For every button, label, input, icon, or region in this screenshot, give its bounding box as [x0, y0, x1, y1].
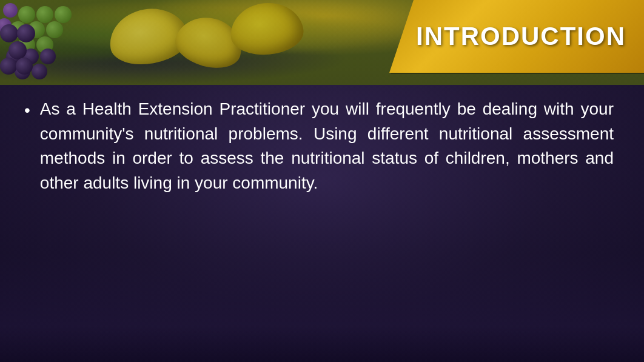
slide-container: INTRODUCTION • As a Health Extension Pra…: [0, 0, 644, 362]
slide-title: INTRODUCTION: [416, 22, 626, 51]
bullet-item: • As a Health Extension Practitioner you…: [24, 97, 614, 195]
content-area: • As a Health Extension Practitioner you…: [0, 79, 644, 362]
gold-banner: INTRODUCTION: [389, 0, 644, 73]
bullet-symbol: •: [24, 98, 30, 122]
bullet-text: As a Health Extension Practitioner you w…: [40, 97, 614, 195]
